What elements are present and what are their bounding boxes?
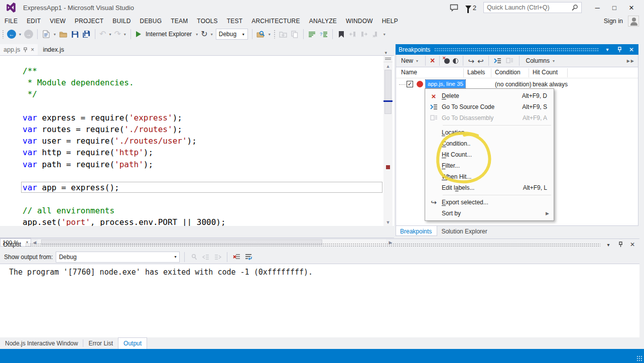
menu-analyze[interactable]: ANALYZE (305, 16, 341, 26)
refresh-icon[interactable]: ↻ (201, 30, 207, 38)
columns-button[interactable]: Columns▾ (524, 56, 557, 65)
menu-tools[interactable]: TOOLS (192, 16, 222, 26)
import-breakpoints-icon[interactable]: ↩ (477, 57, 484, 65)
output-console[interactable]: The program '[7760] node.exe' has exited… (0, 264, 639, 338)
find-in-files-icon[interactable] (256, 30, 266, 39)
resize-grip[interactable] (636, 355, 642, 361)
delete-all-breakpoints-icon[interactable] (444, 58, 450, 64)
pin-icon[interactable] (23, 47, 28, 53)
toolbar-grip[interactable] (2, 30, 5, 39)
go-to-source-icon[interactable] (493, 56, 502, 65)
code-line[interactable] (0, 100, 383, 112)
code-line[interactable]: // all environments (0, 205, 383, 216)
output-position-dropdown-icon[interactable]: ▾ (604, 242, 612, 248)
sign-in-link[interactable]: Sign in (604, 18, 623, 25)
menu-item-go-to-source-code[interactable]: Go To Source Code Alt+F9, S (426, 101, 553, 112)
output-close-icon[interactable]: ✕ (628, 241, 636, 248)
breakpoint-name[interactable]: app.js, line 35 (426, 80, 465, 88)
maximize-button[interactable]: □ (606, 1, 623, 14)
output-source-combobox[interactable]: Debug ▾ (56, 252, 180, 263)
user-avatar[interactable] (628, 16, 639, 27)
code-line[interactable] (0, 170, 383, 182)
menu-build[interactable]: BUILD (108, 16, 135, 26)
menu-help[interactable]: HELP (377, 16, 403, 26)
menu-item-sort-by[interactable]: Sort by ▶ (426, 208, 553, 219)
menu-item-delete[interactable]: × Delete Alt+F9, D (426, 90, 553, 101)
navigate-back-dropdown-icon[interactable]: ▾ (19, 32, 22, 37)
breakpoint-row[interactable]: ✓ app.js, line 35 (no condition) break a… (396, 79, 638, 89)
scroll-down-icon[interactable]: ▼ (383, 219, 393, 226)
close-tab-icon[interactable]: × (31, 46, 34, 53)
auto-hide-pin-icon[interactable] (615, 47, 623, 53)
menu-item-condition[interactable]: Condition.. (426, 138, 553, 149)
code-line[interactable]: * Module dependencies. (0, 77, 383, 88)
code-line[interactable]: var user = require('./routes/user'); (0, 135, 383, 147)
save-icon[interactable] (70, 30, 79, 39)
feedback-icon[interactable] (450, 4, 458, 12)
notifications-button[interactable]: 2 (465, 4, 476, 12)
navigate-back-button[interactable]: ← (7, 30, 16, 39)
comment-lines-icon[interactable] (308, 30, 317, 39)
menu-debug[interactable]: DEBUG (136, 16, 167, 26)
column-condition[interactable]: Condition (495, 69, 521, 76)
menu-item-when-hit[interactable]: When Hit... (426, 171, 553, 182)
find-dropdown-icon[interactable]: ▾ (268, 32, 271, 37)
open-file-icon[interactable] (59, 30, 68, 39)
window-position-dropdown-icon[interactable]: ▾ (603, 47, 611, 52)
menu-team[interactable]: TEAM (166, 16, 192, 26)
tab-nodejs-interactive-window[interactable]: Node.js Interactive Window (0, 337, 83, 349)
disable-all-breakpoints-icon[interactable] (453, 58, 458, 64)
code-line[interactable]: var routes = require('./routes'); (0, 124, 383, 135)
quick-launch-input[interactable]: Quick Launch (Ctrl+Q) (483, 2, 582, 13)
code-area[interactable]: /** * Module dependencies. */var express… (0, 56, 383, 226)
browser-target-label[interactable]: Internet Explorer (145, 31, 193, 38)
dock-tab-solution-explorer[interactable]: Solution Explorer (437, 226, 492, 236)
code-line[interactable] (0, 193, 383, 205)
column-name[interactable]: Name (401, 69, 417, 76)
code-line[interactable]: app.set('port', process.env.PORT || 3000… (0, 216, 383, 226)
save-all-icon[interactable] (82, 30, 91, 39)
tab-index-js[interactable]: index.js (38, 44, 69, 55)
column-hit-count[interactable]: Hit Count (533, 69, 558, 76)
menu-view[interactable]: VIEW (45, 16, 70, 26)
code-line[interactable]: var path = require('path'); (0, 159, 383, 170)
menu-item-location[interactable]: Location... (426, 127, 553, 138)
menu-architecture[interactable]: ARCHITECTURE (247, 16, 304, 26)
menu-file[interactable]: FILE (0, 16, 22, 26)
browser-target-dropdown-icon[interactable]: ▾ (195, 32, 198, 37)
tab-output[interactable]: Output (118, 337, 147, 349)
output-titlebar[interactable]: Output ▾ ✕ (0, 239, 639, 250)
bookmark-dropdown-icon[interactable]: ▾ (383, 32, 386, 37)
tab-app-js[interactable]: app.js × (0, 44, 38, 55)
tabstrip-overflow-icon[interactable]: ▾ (384, 50, 394, 55)
code-line[interactable]: */ (0, 88, 383, 100)
menu-item-hit-count[interactable]: Hit Count... (426, 149, 553, 160)
menu-item-edit-labels[interactable]: Edit labels... Alt+F9, L (426, 182, 553, 193)
menu-edit[interactable]: EDIT (22, 16, 45, 26)
menu-item-export-selected[interactable]: ↪ Export selected... (426, 197, 553, 208)
breakpoints-titlebar[interactable]: Breakpoints ▾ ✕ (396, 44, 638, 55)
close-button[interactable]: ✕ (623, 1, 640, 14)
tab-error-list[interactable]: Error List (83, 337, 118, 349)
close-panel-icon[interactable]: ✕ (627, 46, 635, 53)
new-breakpoint-button[interactable]: New▾ (399, 56, 421, 65)
menu-item-filter[interactable]: Filter... (426, 160, 553, 171)
bookmark-icon[interactable] (337, 30, 346, 39)
toolbar-overflow-icon[interactable]: ▶▶ (627, 59, 635, 63)
minimize-button[interactable]: ─ (589, 1, 606, 14)
code-line[interactable]: var express = require('express'); (0, 112, 383, 124)
dock-tab-breakpoints[interactable]: Breakpoints (396, 226, 437, 236)
delete-breakpoint-icon[interactable]: × (430, 57, 435, 65)
start-debug-icon[interactable] (136, 31, 141, 37)
word-wrap-icon[interactable] (244, 253, 253, 262)
scroll-up-icon[interactable]: ▲ (383, 63, 393, 70)
output-pin-icon[interactable] (616, 241, 624, 248)
uncomment-lines-icon[interactable]: ? (319, 30, 328, 39)
menu-test[interactable]: TEST (222, 16, 247, 26)
code-line[interactable]: /** (0, 65, 383, 77)
toolbar-grip-2[interactable] (274, 30, 276, 39)
code-line[interactable]: var app = express(); (0, 182, 383, 193)
new-file-dropdown-icon[interactable]: ▾ (53, 32, 56, 37)
clear-all-output-icon[interactable] (232, 253, 241, 262)
column-labels[interactable]: Labels (467, 69, 485, 76)
